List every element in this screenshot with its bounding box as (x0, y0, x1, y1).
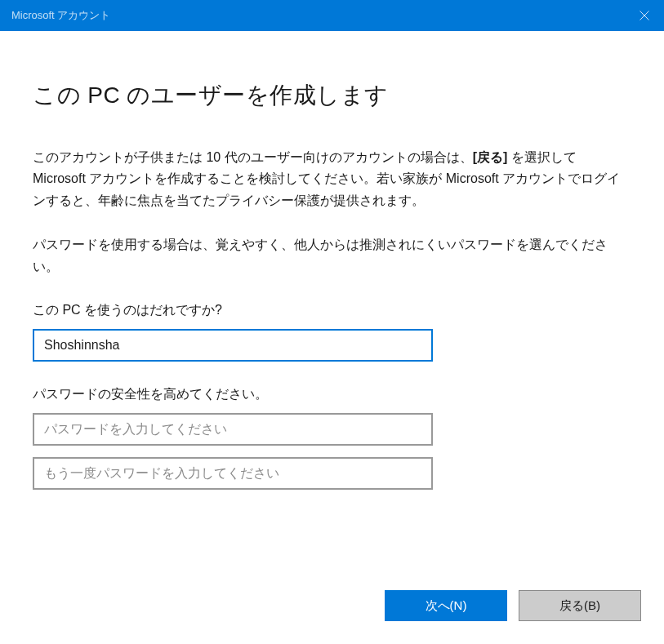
content-area: この PC のユーザーを作成します このアカウントが子供または 10 代のユーザ… (0, 31, 664, 490)
info-paragraph-1: このアカウントが子供または 10 代のユーザー向けのアカウントの場合は、[戻る]… (33, 147, 631, 211)
password-section-label: パスワードの安全性を高めてください。 (33, 386, 631, 403)
next-button[interactable]: 次へ(N) (385, 590, 507, 621)
username-label: この PC を使うのはだれですか? (33, 302, 631, 319)
password-confirm-input[interactable] (33, 457, 433, 490)
back-button[interactable]: 戻る(B) (519, 590, 641, 621)
back-keyword: [戻る] (473, 150, 508, 164)
password-input[interactable] (33, 413, 433, 446)
button-row: 次へ(N) 戻る(B) (385, 590, 641, 621)
page-heading: この PC のユーザーを作成します (33, 80, 631, 111)
close-icon (639, 11, 649, 20)
title-bar: Microsoft アカウント (0, 0, 664, 31)
window-title: Microsoft アカウント (11, 8, 110, 23)
info-text: このアカウントが子供または 10 代のユーザー向けのアカウントの場合は、 (33, 150, 473, 164)
info-paragraph-2: パスワードを使用する場合は、覚えやすく、他人からは推測されにくいパスワードを選ん… (33, 234, 631, 278)
close-button[interactable] (625, 0, 664, 31)
username-input[interactable] (33, 329, 433, 362)
